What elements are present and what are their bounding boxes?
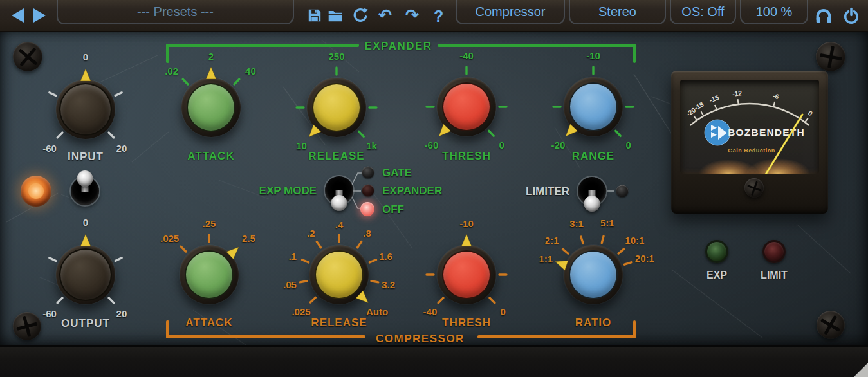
next-preset-button[interactable] — [33, 8, 46, 23]
scale-label-comp-thresh: -10 — [459, 218, 474, 229]
help-icon: ? — [434, 7, 443, 25]
knob-cap-yellow — [315, 250, 364, 299]
knob-title-exp-range: RANGE — [572, 150, 614, 163]
knob-title-exp-thresh: THRESH — [442, 150, 491, 163]
resize-grip[interactable] — [854, 363, 868, 377]
load-preset-button[interactable] — [327, 7, 344, 24]
scale-label-comp-ratio: 5:1 — [600, 217, 614, 228]
scale-label-exp-thresh: -40 — [459, 50, 474, 61]
mode-tab-label: Compressor — [476, 5, 546, 19]
bypass-button[interactable] — [842, 6, 859, 23]
exp-mode-option-expander: EXPANDER — [382, 185, 442, 198]
scale-label-comp-attack: .25 — [203, 218, 216, 229]
knob-comp-thresh[interactable]: -40-100THRESH — [405, 214, 528, 336]
scale-label-comp-attack: .025 — [160, 232, 179, 243]
scale-label-output: 0 — [83, 217, 88, 228]
scale-label-exp-attack: 40 — [245, 65, 256, 76]
limiter-led — [616, 185, 629, 198]
undo-button[interactable]: ↶ — [378, 4, 392, 26]
meter-screw — [744, 178, 764, 198]
exp-mode-option-gate: GATE — [382, 167, 412, 179]
scale-label-exp-range: 0 — [625, 139, 631, 150]
knob-title-comp-ratio: RATIO — [575, 317, 612, 329]
scale-label-comp-ratio: 20:1 — [635, 253, 654, 264]
limiter-label: LIMITER — [492, 185, 569, 198]
scale-label-exp-release: 1k — [366, 140, 377, 151]
channel-mode-tab[interactable]: Stereo — [569, 0, 666, 24]
oversampling-button[interactable]: OS: Off — [670, 0, 736, 24]
scale-label-input: -60 — [42, 142, 57, 153]
scale-label-output: -60 — [42, 308, 57, 318]
mode-tab[interactable]: Compressor — [456, 0, 565, 24]
scale-label-exp-attack: 2 — [208, 51, 214, 62]
scale-label-comp-thresh: -40 — [423, 306, 438, 317]
scale-label-comp-ratio: 1:1 — [539, 253, 553, 264]
open-folder-icon — [327, 7, 344, 24]
scale-label-comp-release: 1.6 — [379, 250, 392, 261]
meter-scale-label: -12 — [732, 89, 743, 98]
help-button[interactable]: ? — [434, 5, 443, 27]
knob-comp-release[interactable]: .025.05.1.2.4.81.63.2AutoRELEASE — [278, 214, 400, 336]
scale-label-exp-range: -10 — [586, 50, 600, 61]
scale-label-comp-release: .025 — [291, 306, 310, 317]
expander-led — [362, 185, 374, 197]
scale-label-exp-thresh: -60 — [425, 139, 439, 150]
knob-cap-blue — [569, 250, 618, 299]
knob-cap-dark — [59, 248, 112, 301]
scale-label-comp-release: .05 — [283, 279, 297, 290]
redo-button[interactable]: ↷ — [405, 4, 419, 26]
limit-active-led — [762, 240, 786, 263]
knob-exp-range[interactable]: -20-100RANGE — [532, 46, 654, 168]
panel-screw — [817, 311, 845, 339]
scale-label-exp-release: 10 — [296, 140, 307, 151]
scale-label-comp-release: .8 — [363, 228, 371, 239]
exp-active-led — [705, 240, 728, 263]
scale-label-comp-ratio: 10:1 — [625, 235, 644, 246]
undo-icon: ↶ — [378, 6, 392, 24]
prev-preset-button[interactable] — [12, 8, 24, 23]
scale-label-input: 0 — [83, 51, 88, 62]
preset-selector[interactable]: --- Presets --- — [57, 0, 294, 24]
knob-title-comp-release: RELEASE — [311, 317, 367, 329]
input-toggle-switch[interactable] — [69, 175, 101, 207]
knob-input[interactable]: 0-6020INPUT — [24, 48, 147, 170]
exp-mode-toggle-switch[interactable] — [323, 174, 355, 207]
knob-cap-green — [187, 83, 235, 132]
ui-scale-button[interactable]: 100 % — [740, 0, 808, 24]
knob-output[interactable]: 0-6020OUTPUT — [24, 214, 147, 336]
refresh-icon — [352, 7, 369, 24]
knob-comp-ratio[interactable]: 1:12:13:15:110:120:1RATIO — [532, 214, 654, 336]
listen-button[interactable] — [814, 6, 831, 23]
save-icon — [306, 7, 323, 24]
meter-scale-label: 0 — [806, 109, 814, 117]
save-preset-button[interactable] — [306, 7, 323, 24]
limiter-toggle-switch[interactable] — [576, 175, 608, 207]
knob-cap-red — [442, 82, 491, 131]
reset-button[interactable] — [352, 7, 369, 24]
knob-title-input: INPUT — [68, 151, 104, 163]
knob-cap-blue — [569, 82, 618, 131]
knob-cap-green — [185, 250, 234, 299]
power-lamp — [21, 176, 51, 207]
scale-label-comp-ratio: 2:1 — [545, 235, 559, 246]
ui-scale-label: 100 % — [756, 5, 793, 19]
power-icon — [842, 6, 860, 24]
exp-led-label: EXP — [697, 270, 736, 281]
knob-comp-attack[interactable]: .025.252.5ATTACK — [148, 214, 270, 336]
knob-exp-thresh[interactable]: -60-400THRESH — [405, 46, 528, 168]
scale-label-comp-release: .2 — [307, 228, 315, 239]
plugin-window: --- Presets --- ↶ ↷ ? — [0, 0, 868, 377]
knob-title-output: OUTPUT — [61, 317, 110, 330]
gain-reduction-meter: -20 -18 -15 -12 -6 0 BOZBENDETH Gain Red… — [671, 71, 828, 214]
scale-label-comp-attack: 2.5 — [242, 232, 255, 243]
meter-arc — [690, 104, 809, 125]
scale-label-exp-range: -20 — [551, 139, 566, 150]
scale-label-comp-release: 3.2 — [382, 279, 395, 290]
scale-label-comp-thresh: 0 — [500, 306, 505, 317]
scale-label-exp-thresh: 0 — [499, 139, 504, 150]
knob-exp-release[interactable]: 102501kRELEASE — [275, 46, 398, 169]
scale-label-comp-release: .1 — [288, 250, 297, 261]
meter-face: -20 -18 -15 -12 -6 0 BOZBENDETH Gain Red… — [680, 80, 819, 174]
knob-exp-attack[interactable]: .02240ATTACK — [150, 46, 272, 169]
limit-led-label: LIMIT — [752, 270, 797, 281]
